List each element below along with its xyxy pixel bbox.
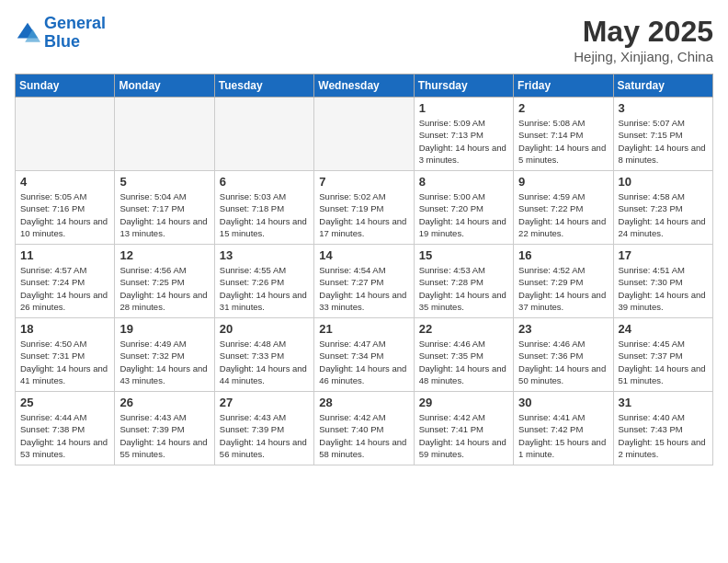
day-info: Sunrise: 5:07 AMSunset: 7:15 PMDaylight:… bbox=[619, 117, 708, 166]
weekday-header-tuesday: Tuesday bbox=[214, 75, 313, 98]
day-info: Sunrise: 4:40 AMSunset: 7:43 PMDaylight:… bbox=[619, 411, 708, 460]
day-number: 25 bbox=[20, 396, 109, 409]
day-info: Sunrise: 4:43 AMSunset: 7:39 PMDaylight:… bbox=[220, 411, 309, 460]
day-number: 7 bbox=[319, 175, 408, 189]
calendar-cell bbox=[214, 98, 313, 171]
day-info: Sunrise: 4:53 AMSunset: 7:28 PMDaylight:… bbox=[419, 264, 508, 313]
day-info: Sunrise: 4:57 AMSunset: 7:24 PMDaylight:… bbox=[20, 264, 109, 313]
calendar-cell: 8Sunrise: 5:00 AMSunset: 7:20 PMDaylight… bbox=[414, 171, 513, 245]
day-number: 10 bbox=[619, 175, 708, 189]
day-info: Sunrise: 4:48 AMSunset: 7:33 PMDaylight:… bbox=[220, 338, 309, 386]
calendar-cell: 16Sunrise: 4:52 AMSunset: 7:29 PMDayligh… bbox=[514, 245, 613, 318]
calendar-cell: 17Sunrise: 4:51 AMSunset: 7:30 PMDayligh… bbox=[613, 245, 712, 318]
week-row-1: 1Sunrise: 5:09 AMSunset: 7:13 PMDaylight… bbox=[16, 98, 713, 171]
day-info: Sunrise: 5:02 AMSunset: 7:19 PMDaylight:… bbox=[319, 190, 408, 239]
day-info: Sunrise: 4:43 AMSunset: 7:39 PMDaylight:… bbox=[119, 411, 209, 460]
calendar-cell: 27Sunrise: 4:43 AMSunset: 7:39 PMDayligh… bbox=[214, 392, 313, 465]
weekday-header-monday: Monday bbox=[115, 75, 214, 98]
calendar-cell: 6Sunrise: 5:03 AMSunset: 7:18 PMDaylight… bbox=[214, 171, 313, 245]
day-info: Sunrise: 5:09 AMSunset: 7:13 PMDaylight:… bbox=[419, 117, 508, 166]
day-info: Sunrise: 4:59 AMSunset: 7:22 PMDaylight:… bbox=[518, 190, 608, 239]
page-header: General Blue May 2025 Hejing, Xinjiang, … bbox=[15, 15, 713, 64]
day-number: 6 bbox=[220, 175, 309, 189]
day-number: 14 bbox=[319, 248, 408, 262]
calendar-cell: 2Sunrise: 5:08 AMSunset: 7:14 PMDaylight… bbox=[514, 98, 613, 171]
day-info: Sunrise: 5:03 AMSunset: 7:18 PMDaylight:… bbox=[220, 190, 309, 239]
calendar-cell: 11Sunrise: 4:57 AMSunset: 7:24 PMDayligh… bbox=[16, 245, 115, 318]
day-number: 29 bbox=[419, 396, 508, 409]
calendar-cell: 10Sunrise: 4:58 AMSunset: 7:23 PMDayligh… bbox=[613, 171, 712, 245]
calendar-cell: 13Sunrise: 4:55 AMSunset: 7:26 PMDayligh… bbox=[214, 245, 313, 318]
calendar-cell: 18Sunrise: 4:50 AMSunset: 7:31 PMDayligh… bbox=[16, 318, 115, 392]
day-info: Sunrise: 4:54 AMSunset: 7:27 PMDaylight:… bbox=[319, 264, 408, 313]
weekday-header-row: SundayMondayTuesdayWednesdayThursdayFrid… bbox=[16, 75, 713, 98]
day-number: 9 bbox=[518, 175, 608, 189]
day-info: Sunrise: 4:46 AMSunset: 7:36 PMDaylight:… bbox=[518, 338, 608, 386]
day-number: 22 bbox=[419, 322, 508, 336]
calendar-cell: 9Sunrise: 4:59 AMSunset: 7:22 PMDaylight… bbox=[514, 171, 613, 245]
calendar-cell: 22Sunrise: 4:46 AMSunset: 7:35 PMDayligh… bbox=[414, 318, 513, 392]
day-info: Sunrise: 4:46 AMSunset: 7:35 PMDaylight:… bbox=[419, 338, 508, 386]
location: Hejing, Xinjiang, China bbox=[574, 49, 713, 64]
day-number: 28 bbox=[319, 396, 408, 409]
weekday-header-friday: Friday bbox=[514, 75, 613, 98]
day-info: Sunrise: 4:45 AMSunset: 7:37 PMDaylight:… bbox=[619, 338, 708, 386]
weekday-header-saturday: Saturday bbox=[613, 75, 712, 98]
day-info: Sunrise: 4:58 AMSunset: 7:23 PMDaylight:… bbox=[619, 190, 708, 239]
day-number: 12 bbox=[119, 248, 209, 262]
day-number: 21 bbox=[319, 322, 408, 336]
calendar-cell: 24Sunrise: 4:45 AMSunset: 7:37 PMDayligh… bbox=[613, 318, 712, 392]
day-info: Sunrise: 4:51 AMSunset: 7:30 PMDaylight:… bbox=[619, 264, 708, 313]
day-number: 3 bbox=[619, 101, 708, 115]
calendar-cell: 25Sunrise: 4:44 AMSunset: 7:38 PMDayligh… bbox=[16, 392, 115, 465]
day-number: 4 bbox=[20, 175, 109, 189]
month-year: May 2025 bbox=[574, 15, 713, 49]
day-number: 19 bbox=[119, 322, 209, 336]
day-number: 17 bbox=[619, 248, 708, 262]
logo: General Blue bbox=[15, 15, 106, 52]
day-info: Sunrise: 5:08 AMSunset: 7:14 PMDaylight:… bbox=[518, 117, 608, 166]
day-info: Sunrise: 4:42 AMSunset: 7:41 PMDaylight:… bbox=[419, 411, 508, 460]
day-number: 18 bbox=[20, 322, 109, 336]
week-row-4: 18Sunrise: 4:50 AMSunset: 7:31 PMDayligh… bbox=[16, 318, 713, 392]
day-number: 27 bbox=[220, 396, 309, 409]
week-row-3: 11Sunrise: 4:57 AMSunset: 7:24 PMDayligh… bbox=[16, 245, 713, 318]
day-number: 11 bbox=[20, 248, 109, 262]
calendar-cell: 29Sunrise: 4:42 AMSunset: 7:41 PMDayligh… bbox=[414, 392, 513, 465]
logo-icon bbox=[15, 20, 40, 46]
title-block: May 2025 Hejing, Xinjiang, China bbox=[574, 15, 713, 64]
day-info: Sunrise: 4:55 AMSunset: 7:26 PMDaylight:… bbox=[220, 264, 309, 313]
day-info: Sunrise: 4:52 AMSunset: 7:29 PMDaylight:… bbox=[518, 264, 608, 313]
day-number: 30 bbox=[518, 396, 608, 409]
calendar-cell: 31Sunrise: 4:40 AMSunset: 7:43 PMDayligh… bbox=[613, 392, 712, 465]
calendar-cell: 4Sunrise: 5:05 AMSunset: 7:16 PMDaylight… bbox=[16, 171, 115, 245]
day-number: 2 bbox=[518, 101, 608, 115]
calendar-cell: 21Sunrise: 4:47 AMSunset: 7:34 PMDayligh… bbox=[314, 318, 414, 392]
weekday-header-sunday: Sunday bbox=[16, 75, 115, 98]
day-info: Sunrise: 5:04 AMSunset: 7:17 PMDaylight:… bbox=[119, 190, 209, 239]
day-info: Sunrise: 4:44 AMSunset: 7:38 PMDaylight:… bbox=[20, 411, 109, 460]
day-number: 1 bbox=[419, 101, 508, 115]
day-number: 15 bbox=[419, 248, 508, 262]
day-info: Sunrise: 4:50 AMSunset: 7:31 PMDaylight:… bbox=[20, 338, 109, 386]
week-row-5: 25Sunrise: 4:44 AMSunset: 7:38 PMDayligh… bbox=[16, 392, 713, 465]
day-number: 31 bbox=[619, 396, 708, 409]
calendar-cell: 28Sunrise: 4:42 AMSunset: 7:40 PMDayligh… bbox=[314, 392, 414, 465]
day-info: Sunrise: 4:56 AMSunset: 7:25 PMDaylight:… bbox=[119, 264, 209, 313]
calendar-cell: 3Sunrise: 5:07 AMSunset: 7:15 PMDaylight… bbox=[613, 98, 712, 171]
day-number: 26 bbox=[119, 396, 209, 409]
calendar-cell: 30Sunrise: 4:41 AMSunset: 7:42 PMDayligh… bbox=[514, 392, 613, 465]
day-info: Sunrise: 5:05 AMSunset: 7:16 PMDaylight:… bbox=[20, 190, 109, 239]
day-number: 23 bbox=[518, 322, 608, 336]
calendar-cell: 23Sunrise: 4:46 AMSunset: 7:36 PMDayligh… bbox=[514, 318, 613, 392]
day-number: 13 bbox=[220, 248, 309, 262]
day-number: 5 bbox=[119, 175, 209, 189]
day-info: Sunrise: 4:41 AMSunset: 7:42 PMDaylight:… bbox=[518, 411, 608, 460]
calendar-cell bbox=[314, 98, 414, 171]
logo-text: General Blue bbox=[44, 15, 106, 52]
day-info: Sunrise: 5:00 AMSunset: 7:20 PMDaylight:… bbox=[419, 190, 508, 239]
calendar-cell: 5Sunrise: 5:04 AMSunset: 7:17 PMDaylight… bbox=[115, 171, 214, 245]
day-number: 24 bbox=[619, 322, 708, 336]
day-info: Sunrise: 4:42 AMSunset: 7:40 PMDaylight:… bbox=[319, 411, 408, 460]
calendar-cell: 15Sunrise: 4:53 AMSunset: 7:28 PMDayligh… bbox=[414, 245, 513, 318]
